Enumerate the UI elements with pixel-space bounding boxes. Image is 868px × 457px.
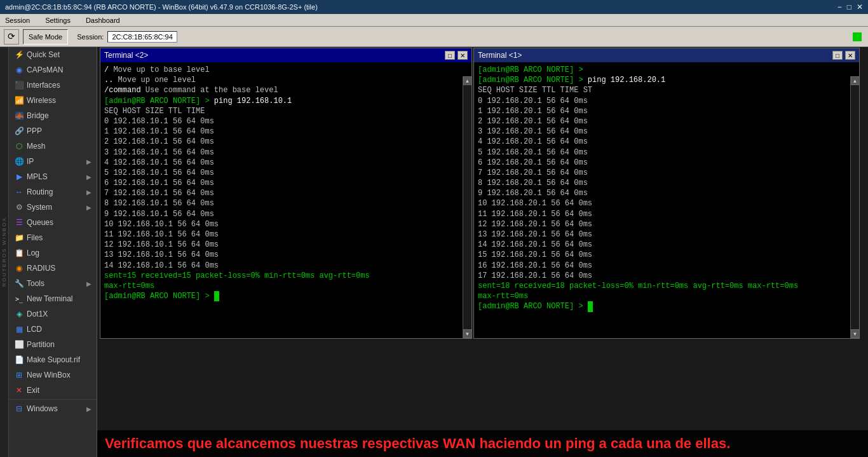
sidebar-item-routing[interactable]: ↔ Routing ▶ — [9, 184, 97, 200]
sidebar-item-new-winbox[interactable]: ⊞ New WinBox — [9, 367, 97, 383]
terminal-1-row0: 0 192.168.20.1 56 64 0ms — [478, 96, 846, 106]
sidebar-item-log[interactable]: 📋 Log — [9, 245, 97, 261]
sidebar-item-interfaces[interactable]: ⬛ Interfaces — [9, 78, 97, 93]
sidebar-item-mesh[interactable]: ⬡ Mesh — [9, 139, 97, 154]
window-title: admin@2C:C8:1B:b5:8C:94 (RB ARCO NORTE) … — [5, 3, 318, 11]
sidebar-item-queues[interactable]: ☰ Queues — [9, 215, 97, 230]
menu-session[interactable]: Session — [3, 16, 32, 25]
terminal-1-cursor-prompt[interactable]: [admin@RB ARCO NORTE] > — [478, 301, 846, 311]
sidebar-label-partition: Partition — [27, 340, 55, 349]
sidebar-item-wireless[interactable]: 📶 Wireless — [9, 93, 97, 108]
sidebar-item-dot1x[interactable]: ◈ Dot1X — [9, 306, 97, 322]
terminal-1-stats2: max-rtt=0ms — [478, 291, 846, 301]
sidebar-label-lcd: LCD — [27, 325, 42, 334]
terminal-1-row15: 15 192.168.20.1 56 64 0ms — [478, 250, 846, 260]
sidebar-label-log: Log — [27, 249, 39, 257]
terminal-2-row4: 4 192.168.10.1 56 64 0ms — [104, 158, 459, 168]
sidebar-item-quickset[interactable]: ⚡ Quick Set — [9, 47, 97, 62]
terminal-1-row1: 1 192.168.20.1 56 64 0ms — [478, 106, 846, 116]
system-icon: ⚙ — [14, 202, 24, 212]
minimize-button[interactable]: − — [837, 3, 842, 11]
sidebar-item-make-supout[interactable]: 📄 Make Supout.rif — [9, 352, 97, 367]
terminal-2-header: SEQ HOST SIZE TTL TIME — [104, 106, 459, 116]
close-button[interactable]: ✕ — [857, 3, 863, 11]
quickset-icon: ⚡ — [14, 50, 24, 60]
terminal-1-window: Terminal <1> □ ✕ [admin@RB ARCO NORTE] >… — [473, 48, 860, 339]
terminal-2-window: Terminal <2> □ ✕ / Move up to base level… — [100, 48, 472, 339]
connect-icon[interactable]: ⟳ — [4, 29, 19, 44]
ppp-icon: 🔗 — [14, 126, 24, 136]
sidebar-label-windows: Windows — [27, 404, 58, 413]
terminal-1-row5: 5 192.168.20.1 56 64 0ms — [478, 147, 846, 158]
terminal-2-titlebar[interactable]: Terminal <2> □ ✕ — [100, 48, 471, 62]
mpls-icon: ▶ — [14, 172, 24, 182]
terminal-1-scroll-up[interactable]: ▲ — [851, 76, 860, 85]
terminal-2-line-help1: / Move up to base level — [104, 65, 459, 75]
routing-arrow: ▶ — [86, 189, 92, 196]
terminal-2-scroll-down[interactable]: ▼ — [463, 329, 472, 338]
ip-arrow: ▶ — [86, 158, 92, 165]
terminal-1-row16: 16 192.168.20.1 56 64 0ms — [478, 261, 846, 271]
terminal-2-row9: 9 192.168.10.1 56 64 0ms — [104, 209, 459, 219]
sidebar-item-files[interactable]: 📁 Files — [9, 230, 97, 245]
terminal-1-scroll-down[interactable]: ▼ — [851, 329, 860, 338]
toolbar: ⟳ Safe Mode Session: 2C:C8:1B:65:8C:94 — [0, 27, 868, 47]
terminal-2-maximize[interactable]: □ — [445, 51, 455, 60]
terminal-2-row6: 6 192.168.10.1 56 64 0ms — [104, 178, 459, 188]
sidebar-label-interfaces: Interfaces — [27, 81, 60, 90]
sidebar-label-tools: Tools — [27, 279, 44, 288]
tools-icon: 🔧 — [14, 278, 24, 289]
terminal-1-scrollbar[interactable]: ▲ ▼ — [850, 76, 859, 338]
sidebar-item-windows[interactable]: ⊟ Windows ▶ — [9, 401, 97, 416]
terminal-2-prompt: [admin@RB ARCO NORTE] > ping 192.168.10.… — [104, 96, 459, 106]
interfaces-icon: ⬛ — [14, 80, 24, 90]
new-terminal-icon: >_ — [14, 294, 24, 304]
sidebar-item-bridge[interactable]: 🌉 Bridge — [9, 108, 97, 123]
sidebar-item-tools[interactable]: 🔧 Tools ▶ — [9, 276, 97, 291]
sidebar-label-mpls: MPLS — [27, 172, 48, 181]
sidebar-item-capsman[interactable]: ◉ CAPsMAN — [9, 62, 97, 78]
terminal-1-close[interactable]: ✕ — [845, 51, 855, 60]
terminal-2-line-help2: .. Move up one level — [104, 75, 459, 85]
safe-mode-button[interactable]: Safe Mode — [23, 29, 68, 44]
terminal-2-cursor-prompt[interactable]: [admin@RB ARCO NORTE] > — [104, 291, 459, 301]
terminal-1-scroll-track — [851, 85, 859, 329]
terminal-2-row8: 8 192.168.10.1 56 64 0ms — [104, 198, 459, 208]
sidebar-item-ip[interactable]: 🌐 IP ▶ — [9, 154, 97, 169]
terminal-1-titlebar[interactable]: Terminal <1> □ ✕ — [474, 48, 859, 62]
sidebar-item-exit[interactable]: ✕ Exit — [9, 383, 97, 398]
terminal-1-stats: sent=18 received=18 packet-loss=0% min-r… — [478, 281, 846, 291]
terminal-2-controls: □ ✕ — [445, 51, 468, 60]
ip-icon: 🌐 — [14, 156, 24, 167]
system-arrow: ▶ — [86, 204, 92, 211]
sidebar-item-lcd[interactable]: ▦ LCD — [9, 322, 97, 337]
terminal-2-row5: 5 192.168.10.1 56 64 0ms — [104, 168, 459, 178]
terminal-1-header: SEQ HOST SIZE TTL TIME ST — [478, 85, 846, 95]
sidebar-item-mpls[interactable]: ▶ MPLS ▶ — [9, 169, 97, 184]
terminal-1-row6: 6 192.168.20.1 56 64 0ms — [478, 158, 846, 168]
terminal-2-scroll-up[interactable]: ▲ — [463, 76, 472, 85]
terminal-2-row14: 14 192.168.10.1 56 64 0ms — [104, 261, 459, 271]
terminal-1-maximize[interactable]: □ — [832, 51, 843, 60]
terminal-1-row9: 9 192.168.20.1 56 64 0ms — [478, 188, 846, 198]
maximize-button[interactable]: □ — [847, 3, 851, 11]
sidebar-item-partition[interactable]: ⬜ Partition — [9, 337, 97, 352]
terminal-2-stats2: max-rtt=0ms — [104, 281, 459, 291]
sidebar-item-radius[interactable]: ◉ RADIUS — [9, 261, 97, 276]
sidebar-item-ppp[interactable]: 🔗 PPP — [9, 123, 97, 139]
sidebar-item-system[interactable]: ⚙ System ▶ — [9, 200, 97, 215]
exit-icon: ✕ — [14, 385, 24, 395]
sidebar-item-new-terminal[interactable]: >_ New Terminal — [9, 291, 97, 306]
title-bar-controls: − □ ✕ — [837, 3, 863, 11]
terminal-1-row4: 4 192.168.20.1 56 64 0ms — [478, 137, 846, 147]
sidebar: RouterOS WinBox ⚡ Quick Set ◉ CAPsMAN ⬛ … — [0, 47, 97, 457]
terminal-1-row14: 14 192.168.20.1 56 64 0ms — [478, 240, 846, 250]
terminal-1-prompt0: [admin@RB ARCO NORTE] > — [478, 65, 846, 75]
terminal-2-close[interactable]: ✕ — [458, 51, 468, 60]
menu-dashboard[interactable]: Dashboard — [83, 16, 123, 25]
sidebar-divider — [9, 399, 97, 400]
menu-settings[interactable]: Settings — [43, 16, 73, 25]
queues-icon: ☰ — [14, 217, 24, 228]
main-area: RouterOS WinBox ⚡ Quick Set ◉ CAPsMAN ⬛ … — [0, 47, 868, 457]
terminal-2-scrollbar[interactable]: ▲ ▼ — [463, 76, 471, 338]
